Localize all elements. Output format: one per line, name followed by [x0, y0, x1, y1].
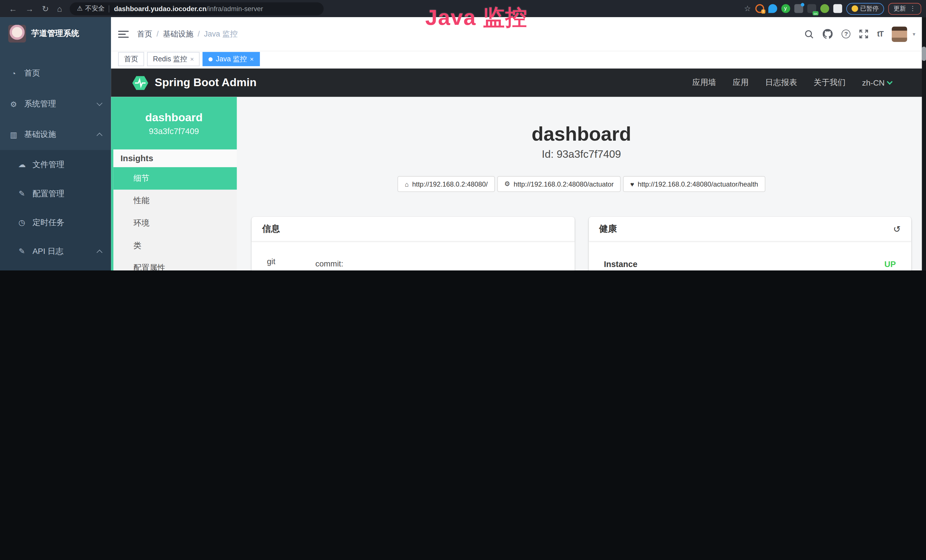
- tab-java-monitor[interactable]: Java 监控 ×: [203, 52, 260, 66]
- bookmark-star-icon[interactable]: ☆: [744, 4, 751, 13]
- url-domain: dashboard.yudao.iocoder.cn: [114, 5, 206, 12]
- font-size-icon[interactable]: tT: [877, 30, 883, 38]
- brand-name: 芋道管理系统: [31, 28, 79, 39]
- breadcrumb: 首页 / 基础设施 / Java 监控: [137, 29, 238, 39]
- health-instance-row: Instance UP: [601, 256, 898, 271]
- tab-home[interactable]: 首页: [118, 52, 144, 66]
- forward-icon[interactable]: →: [26, 4, 34, 13]
- gauge-icon: ◔: [8, 69, 19, 77]
- sidebar-item-system[interactable]: ⚙ 系统管理: [0, 89, 111, 120]
- card-title: 信息: [262, 223, 280, 235]
- chevron-up-icon: [97, 133, 102, 138]
- sidebar-item-api-log[interactable]: ✎ API 日志: [0, 237, 111, 266]
- browser-menu-icon[interactable]: ⋮: [909, 5, 916, 12]
- git-info-row: git commit: time: 1596289704000 id: 27aa…: [265, 256, 561, 271]
- fullscreen-icon[interactable]: [859, 30, 868, 38]
- instance-id: 93a3fc7f7409: [149, 126, 199, 136]
- breadcrumb-current: Java 监控: [204, 29, 238, 39]
- wrench-icon: ⚙: [504, 180, 510, 188]
- timer-icon: ◷: [17, 218, 27, 227]
- app-header: 首页 / 基础设施 / Java 监控 ?: [111, 17, 926, 51]
- sidebar-item-infra[interactable]: ▥ 基础设施: [0, 119, 111, 150]
- chevron-down-icon: [887, 79, 892, 85]
- active-dot: [209, 57, 213, 61]
- collapse-sidebar-icon[interactable]: [118, 30, 129, 38]
- sba-item-environment[interactable]: 环境: [113, 212, 237, 235]
- sidebar-item-config[interactable]: ✎ 配置管理: [0, 179, 111, 208]
- gear-icon: ⚙: [8, 100, 19, 108]
- scrollbar-thumb[interactable]: [922, 47, 926, 61]
- update-button[interactable]: 更新 ⋮: [888, 3, 921, 14]
- close-icon[interactable]: ×: [250, 56, 254, 63]
- sba-item-metrics[interactable]: 性能: [113, 190, 237, 212]
- address-bar[interactable]: ⚠ 不安全 dashboard.yudao.iocoder.cn /infra/…: [70, 2, 324, 15]
- health-card: 健康 ↺ Instance UP: [589, 217, 911, 271]
- extension-icon[interactable]: on: [807, 4, 816, 13]
- url-divider: [109, 5, 109, 12]
- edit-icon: ✎: [17, 189, 27, 198]
- instance-links: ⌂ http://192.168.0.2:48080/ ⚙ http://192…: [251, 176, 911, 192]
- home-icon[interactable]: ⌂: [57, 4, 62, 13]
- screen: ← → ↻ ⌂ ⚠ 不安全 dashboard.yudao.iocoder.cn…: [0, 0, 926, 271]
- actuator-url-button[interactable]: ⚙ http://192.168.0.2:48080/actuator: [497, 176, 620, 192]
- sidebar-item-access-log[interactable]: ✎ 访问日志: [0, 266, 111, 271]
- history-icon[interactable]: ↺: [893, 224, 900, 234]
- sba-nav-journal[interactable]: 日志报表: [765, 77, 797, 88]
- page-title: dashboard: [251, 123, 911, 145]
- avatar[interactable]: [892, 26, 908, 42]
- window-scrollbar[interactable]: [922, 17, 926, 271]
- chevron-down-icon: [97, 100, 102, 106]
- github-icon[interactable]: [823, 29, 833, 39]
- instance-header[interactable]: dashboard 93a3fc7f7409: [111, 97, 237, 150]
- emoji-face-icon: [851, 5, 858, 12]
- help-icon[interactable]: ?: [841, 30, 850, 38]
- status-badge: UP: [884, 259, 896, 269]
- sba-language-select[interactable]: zh-CN: [862, 78, 892, 87]
- card-title: 健康: [599, 223, 617, 235]
- grid-extension-icon[interactable]: [794, 4, 803, 13]
- sba-item-details[interactable]: 细节: [113, 167, 237, 190]
- health-url-button[interactable]: ♥ http://192.168.0.2:48080/actuator/heal…: [623, 176, 765, 192]
- close-icon[interactable]: ×: [190, 56, 194, 63]
- sba-nav-about[interactable]: 关于我们: [814, 77, 846, 88]
- brand[interactable]: 芋道管理系统: [0, 17, 111, 50]
- search-icon[interactable]: [805, 29, 814, 39]
- back-icon[interactable]: ←: [9, 4, 17, 13]
- extension-icon[interactable]: 1: [755, 4, 764, 13]
- sidebar-item-files[interactable]: ☁ 文件管理: [0, 150, 111, 179]
- info-card: 信息 git commit: time: 1596289704000 id: 2: [251, 217, 574, 271]
- paused-badge[interactable]: 已暂停: [846, 3, 884, 14]
- sba-nav-applications[interactable]: 应用: [732, 77, 749, 88]
- service-url-button[interactable]: ⌂ http://192.168.0.2:48080/: [398, 176, 495, 192]
- tag-tab-bar: 首页 Redis 监控 × Java 监控 ×: [111, 51, 926, 68]
- pin-extension-icon[interactable]: [768, 4, 777, 13]
- sba-item-config-props[interactable]: 配置属性: [113, 257, 237, 271]
- monitor-icon: ▥: [8, 130, 19, 139]
- spring-boot-admin-logo-icon: [132, 75, 148, 91]
- sba-nav-wallboard[interactable]: 应用墙: [692, 77, 716, 88]
- breadcrumb-home[interactable]: 首页: [137, 29, 152, 39]
- tab-redis-monitor[interactable]: Redis 监控 ×: [147, 52, 200, 66]
- not-secure-label: 不安全: [85, 4, 104, 13]
- log-icon: ✎: [17, 247, 27, 256]
- leaf-extension-icon[interactable]: [820, 4, 829, 13]
- sba-item-classes[interactable]: 类: [113, 235, 237, 257]
- chevron-up-icon: [97, 249, 102, 255]
- breadcrumb-infra[interactable]: 基础设施: [163, 29, 194, 39]
- extension-badge: 1: [761, 9, 765, 14]
- insights-group: Insights 细节 性能 环境 类 配置属性 计划任务: [111, 150, 237, 271]
- url-path: /infra/admin-server: [206, 5, 263, 12]
- extension-on-badge: on: [813, 11, 818, 15]
- home-icon: ⌂: [405, 180, 409, 188]
- reload-icon[interactable]: ↻: [42, 4, 49, 13]
- sba-brand[interactable]: Spring Boot Admin: [155, 76, 257, 89]
- sidebar-item-jobs[interactable]: ◷ 定时任务: [0, 208, 111, 237]
- browser-toolbar: ← → ↻ ⌂ ⚠ 不安全 dashboard.yudao.iocoder.cn…: [0, 0, 926, 17]
- chevron-down-icon[interactable]: ▾: [912, 31, 915, 37]
- puzzle-extension-icon[interactable]: [833, 4, 842, 13]
- extension-icon[interactable]: y: [781, 4, 790, 13]
- sba-navbar: Spring Boot Admin 应用墙 应用 日志报表 关于我们 zh-CN: [111, 68, 926, 97]
- insights-label: Insights: [113, 150, 237, 167]
- sidebar-item-home[interactable]: ◔ 首页: [0, 58, 111, 89]
- cloud-upload-icon: ☁: [17, 160, 27, 169]
